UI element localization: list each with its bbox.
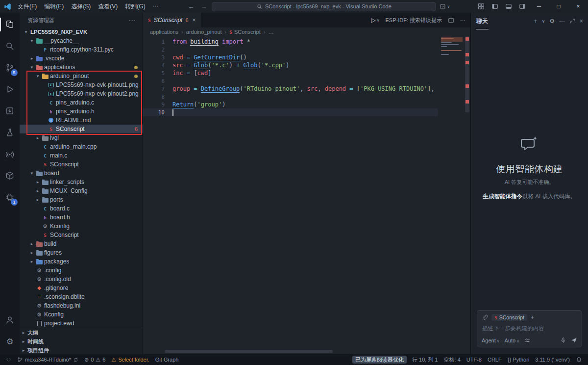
editor-more-actions[interactable]: ··· — [460, 17, 466, 23]
menu-item-5[interactable]: ··· — [149, 1, 162, 12]
sidebar-section-项目组件[interactable]: ▸项目组件 — [20, 346, 143, 355]
tree-item-main-c[interactable]: Cmain.c — [20, 151, 143, 160]
menu-item-2[interactable]: 选择(S) — [68, 1, 94, 12]
activity-explorer-icon[interactable] — [0, 14, 20, 35]
tree-item-board[interactable]: ▾board — [20, 169, 143, 178]
tools-icon[interactable] — [524, 338, 530, 343]
panel-bottom-icon[interactable] — [502, 0, 515, 13]
add-context-button[interactable]: + — [531, 314, 534, 321]
status-remote-indicator[interactable] — [3, 354, 14, 365]
horizontal-scrollbar[interactable] — [165, 350, 436, 353]
tree-item-lpc55s69-nxp-evk-pinout1-png[interactable]: LPC55s69-nxp-evk-pinout1.png — [20, 80, 143, 89]
tab-sconscript[interactable]: S SConscript 6 × — [143, 13, 201, 27]
tree-item-packages[interactable]: ▸packages — [20, 257, 143, 266]
activity-board-icon[interactable]: 1 — [0, 186, 20, 208]
context-chip-sconscript[interactable]: S SConscript — [491, 314, 527, 321]
new-chat-icon[interactable]: + — [534, 18, 538, 25]
chat-settings-gear-icon[interactable]: ⚙ — [549, 18, 555, 25]
mic-icon[interactable] — [560, 337, 566, 343]
tree-item--gitignore[interactable]: ◆.gitignore — [20, 284, 143, 292]
code-editor[interactable]: 1from building import *23cwd = GetCurren… — [143, 36, 470, 354]
tree-item--config-old[interactable]: ⚙.config.old — [20, 275, 143, 284]
tree-item--vscode[interactable]: ▸.vscode — [20, 54, 143, 63]
panel-left-icon[interactable] — [488, 0, 502, 13]
status-git-graph[interactable]: Git Graph — [152, 354, 182, 365]
activity-account-icon[interactable] — [0, 309, 20, 331]
tab-close-icon[interactable]: × — [192, 17, 196, 24]
breadcrumb-0[interactable]: applications — [150, 29, 178, 35]
generate-agent-instructions-link[interactable]: 生成智能体指令 — [483, 193, 523, 199]
activity-testing-icon[interactable] — [0, 122, 20, 143]
status-cursor-position[interactable]: 行 10, 列 1 — [409, 354, 441, 365]
command-center-search[interactable]: SConscript - lpc55s69_nxp_evk - Visual S… — [212, 2, 436, 11]
chat-close-icon[interactable]: × — [580, 18, 583, 25]
code-line[interactable]: 1from building import * — [143, 38, 438, 46]
chat-more-icon[interactable]: ··· — [559, 18, 565, 25]
breadcrumb-1[interactable]: arduino_pinout — [186, 29, 222, 35]
activity-settings-icon[interactable]: ⚙ — [0, 331, 20, 352]
model-picker[interactable]: Auto∨ — [505, 338, 520, 343]
split-editor-icon[interactable] — [448, 17, 454, 24]
status-encoding[interactable]: UTF-8 — [464, 354, 485, 365]
sidebar-more-actions[interactable]: ··· — [129, 17, 136, 23]
status-indentation[interactable]: 空格: 4 — [441, 354, 464, 365]
activity-run-debug-icon[interactable] — [0, 78, 20, 100]
command-center-dropdown-icon[interactable]: ∨ — [440, 3, 450, 10]
tree-item-kconfig[interactable]: ⚙Kconfig — [20, 222, 143, 231]
minimap[interactable] — [441, 37, 463, 135]
run-button[interactable]: ▷∨ — [371, 17, 379, 24]
panel-right-icon[interactable] — [515, 0, 529, 13]
tree-item-lvgl[interactable]: ▸lvgl — [20, 133, 143, 142]
maximize-button[interactable]: □ — [549, 0, 568, 13]
chat-tab[interactable]: 聊天 — [476, 13, 489, 29]
horizontal-scrollbar-thumb[interactable] — [165, 350, 333, 353]
menu-item-4[interactable]: 转到(G) — [122, 1, 148, 12]
sidebar-section-时间线[interactable]: ▸时间线 — [20, 337, 143, 346]
chat-expand-icon[interactable] — [569, 18, 575, 24]
tree-item-figures[interactable]: ▸figures — [20, 248, 143, 257]
tree-item-readme-md[interactable]: iREADME.md — [20, 116, 143, 125]
activity-remote-antenna-icon[interactable] — [0, 143, 20, 165]
tree-item-arduino-pinout[interactable]: ▾arduino_pinout — [20, 72, 143, 80]
tree-item-arduino-main-cpp[interactable]: Carduino_main.cpp — [20, 142, 143, 151]
tree-item-board-c[interactable]: Cboard.c — [20, 204, 143, 213]
tree-item-board-h[interactable]: hboard.h — [20, 213, 143, 222]
tree-item-ports[interactable]: ▸ports — [20, 195, 143, 204]
status-notifications-bell[interactable] — [573, 354, 585, 365]
tree-item-sconscript[interactable]: SSConscript — [20, 231, 143, 239]
code-line[interactable]: 2 — [143, 46, 438, 53]
code-line[interactable]: 10 — [143, 108, 438, 116]
activity-source-control-icon[interactable]: 5 — [0, 57, 20, 78]
status-python-interpreter[interactable]: 3.11.9 ('.venv') — [532, 354, 573, 365]
mode-picker[interactable]: Agent∨ — [482, 338, 500, 343]
breadcrumb-2[interactable]: SSConscript — [229, 29, 261, 35]
vertical-scrollbar[interactable] — [465, 36, 469, 112]
tree-item-lpc55s69-nxp-evk[interactable]: ▾LPC55S69_NXP_EVK — [20, 27, 143, 36]
tree-item-lpc55s69-nxp-evk-pinout2-png[interactable]: LPC55s69-nxp-evk-pinout2.png — [20, 89, 143, 98]
breadcrumb-3[interactable]: … — [268, 29, 273, 35]
tree-item-build[interactable]: ▸build — [20, 239, 143, 248]
layout-grid-icon[interactable] — [474, 0, 488, 13]
espidf-search-errors-button[interactable]: ESP-IDF: 搜索错误提示 — [385, 17, 442, 24]
activity-sdk-manager-icon[interactable] — [0, 100, 20, 122]
tree-item-kconfig[interactable]: ⚙Kconfig — [20, 310, 143, 319]
status-select-folder-warning[interactable]: ⚠Select folder. — [108, 354, 152, 365]
tree-item-pins-arduino-h[interactable]: hpins_arduino.h — [20, 107, 143, 116]
menu-item-0[interactable]: 文件(F) — [14, 1, 40, 12]
activity-search-icon[interactable] — [0, 35, 20, 57]
code-line[interactable]: 7group = DefineGroup('RTduino-pinout', s… — [143, 85, 438, 93]
code-line[interactable]: 4src = Glob('*.c') + Glob('*.cpp') — [143, 61, 438, 69]
tree-item-applications[interactable]: ▾applications — [20, 63, 143, 72]
tree-item-sconscript[interactable]: SSConscript6 — [20, 125, 143, 133]
tree-item--pycache-[interactable]: ▾__pycache__ — [20, 36, 143, 45]
status-eol[interactable]: CRLF — [485, 354, 505, 365]
menu-item-1[interactable]: 编辑(E) — [41, 1, 67, 12]
tree-item-rtconfig-cpython-311-pyc[interactable]: Prtconfig.cpython-311.pyc — [20, 45, 143, 54]
chat-dropdown-icon[interactable]: ∨ — [542, 19, 545, 24]
chat-input-box[interactable]: S SConscript + 描述下一步要构建的内容 Agent∨ Auto∨ — [477, 310, 582, 347]
status-screen-reader-mode[interactable]: 已为屏幕阅读器优化 — [352, 356, 407, 364]
tree-item-sconscript[interactable]: SSConscript — [20, 160, 143, 169]
back-button[interactable]: ← — [186, 3, 196, 10]
code-line[interactable]: 6 — [143, 77, 438, 85]
send-icon[interactable] — [571, 337, 577, 343]
